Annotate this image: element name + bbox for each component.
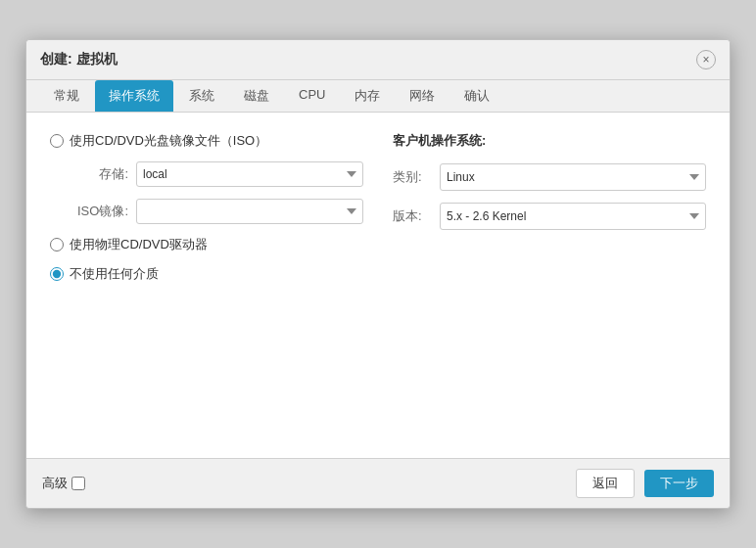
tab-memory[interactable]: 内存 bbox=[341, 80, 394, 112]
dialog-title: 创建: 虚拟机 bbox=[40, 51, 118, 68]
footer-left: 高级 bbox=[42, 475, 85, 492]
radio-iso[interactable] bbox=[50, 134, 64, 148]
none-label: 不使用任何介质 bbox=[70, 265, 159, 283]
next-button[interactable]: 下一步 bbox=[644, 470, 714, 497]
radio-none[interactable] bbox=[50, 267, 64, 281]
tab-bar: 常规 操作系统 系统 磁盘 CPU 内存 网络 确认 bbox=[26, 80, 730, 113]
physical-label: 使用物理CD/DVD驱动器 bbox=[70, 236, 208, 253]
dialog-header: 创建: 虚拟机 × bbox=[26, 40, 730, 80]
option-iso[interactable]: 使用CD/DVD光盘镜像文件（ISO） bbox=[50, 132, 363, 150]
category-label: 类别: bbox=[393, 168, 432, 186]
tab-os[interactable]: 操作系统 bbox=[95, 80, 173, 112]
category-select[interactable]: Linux Windows Solaris Other bbox=[440, 163, 706, 191]
back-button[interactable]: 返回 bbox=[576, 469, 635, 498]
storage-label: 存储: bbox=[70, 165, 128, 183]
advanced-label: 高级 bbox=[42, 475, 68, 492]
right-section: 客户机操作系统: 类别: Linux Windows Solaris Other bbox=[393, 132, 706, 283]
dialog-body: 使用CD/DVD光盘镜像文件（ISO） 存储: local ISO镜像: bbox=[26, 113, 730, 458]
tab-network[interactable]: 网络 bbox=[396, 80, 449, 112]
tab-disk[interactable]: 磁盘 bbox=[230, 80, 283, 112]
option-physical[interactable]: 使用物理CD/DVD驱动器 bbox=[50, 236, 363, 253]
create-vm-dialog: 创建: 虚拟机 × 常规 操作系统 系统 磁盘 CPU 内存 网络 确认 使用C… bbox=[25, 39, 731, 509]
advanced-checkbox[interactable] bbox=[71, 477, 85, 490]
body-content: 使用CD/DVD光盘镜像文件（ISO） 存储: local ISO镜像: bbox=[50, 132, 706, 283]
left-section: 使用CD/DVD光盘镜像文件（ISO） 存储: local ISO镜像: bbox=[50, 132, 363, 283]
tab-confirm[interactable]: 确认 bbox=[450, 80, 503, 112]
storage-row: 存储: local bbox=[70, 161, 363, 187]
guest-form: 类别: Linux Windows Solaris Other 版本: 5.x … bbox=[393, 163, 706, 230]
dialog-footer: 高级 返回 下一步 bbox=[26, 458, 730, 508]
tab-general[interactable]: 常规 bbox=[40, 80, 93, 112]
iso-select[interactable] bbox=[136, 199, 363, 224]
tab-cpu[interactable]: CPU bbox=[285, 80, 339, 112]
iso-label: 使用CD/DVD光盘镜像文件（ISO） bbox=[70, 132, 267, 150]
iso-row: ISO镜像: bbox=[70, 199, 363, 224]
guest-os-title: 客户机操作系统: bbox=[393, 132, 706, 150]
version-row: 版本: 5.x - 2.6 Kernel 6.x - 3.x Kernel 7.… bbox=[393, 203, 706, 230]
version-label: 版本: bbox=[393, 207, 432, 225]
close-button[interactable]: × bbox=[696, 50, 716, 69]
iso-image-label: ISO镜像: bbox=[70, 203, 128, 220]
storage-select[interactable]: local bbox=[136, 161, 363, 187]
category-row: 类别: Linux Windows Solaris Other bbox=[393, 163, 706, 191]
tab-system[interactable]: 系统 bbox=[175, 80, 228, 112]
option-none[interactable]: 不使用任何介质 bbox=[50, 265, 363, 283]
radio-physical[interactable] bbox=[50, 238, 64, 251]
version-select[interactable]: 5.x - 2.6 Kernel 6.x - 3.x Kernel 7.x - … bbox=[440, 203, 706, 230]
